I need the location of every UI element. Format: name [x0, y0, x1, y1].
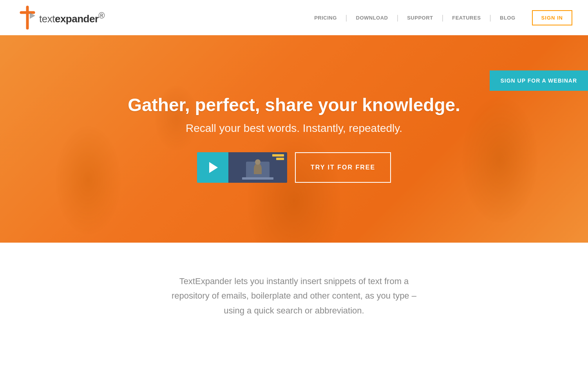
main-nav: PRICING | DOWNLOAD | SUPPORT | FEATURES …: [306, 10, 572, 25]
nav-item-pricing[interactable]: PRICING: [306, 15, 346, 21]
header: textexpander® PRICING | DOWNLOAD | SUPPO…: [0, 0, 588, 35]
accent-bar-2: [276, 158, 284, 160]
hero-content: Gather, perfect, share your knowledge. R…: [120, 95, 468, 183]
video-person-figure: [254, 163, 262, 174]
nav-item-support[interactable]: SUPPORT: [398, 15, 441, 21]
hero-buttons: TRY IT FOR FREE: [128, 152, 460, 183]
nav-item-blog[interactable]: BLOG: [491, 15, 524, 21]
nav-item-download[interactable]: DOWNLOAD: [347, 15, 397, 21]
logo[interactable]: textexpander®: [16, 4, 105, 31]
video-thumbnail: [228, 152, 287, 183]
hero-headline: Gather, perfect, share your knowledge.: [128, 95, 460, 115]
accent-bar-1: [272, 154, 284, 157]
webinar-button[interactable]: SIGN UP FOR A WEBINAR: [490, 70, 588, 91]
nav-item-features[interactable]: FEATURES: [443, 15, 489, 21]
sign-in-button[interactable]: SIGN IN: [532, 10, 572, 25]
play-icon: [209, 162, 218, 173]
try-free-button[interactable]: TRY IT FOR FREE: [295, 152, 391, 183]
description-text: TextExpander lets you instantly insert s…: [169, 274, 420, 318]
description-section: TextExpander lets you instantly insert s…: [0, 243, 588, 341]
logo-text: textexpander®: [39, 11, 105, 25]
video-play-area: [197, 152, 228, 183]
hero-subheadline: Recall your best words. Instantly, repea…: [128, 122, 460, 135]
video-play-button[interactable]: [197, 152, 287, 183]
logo-icon: [16, 4, 39, 31]
hero-section: SIGN UP FOR A WEBINAR Gather, perfect, s…: [0, 35, 588, 243]
